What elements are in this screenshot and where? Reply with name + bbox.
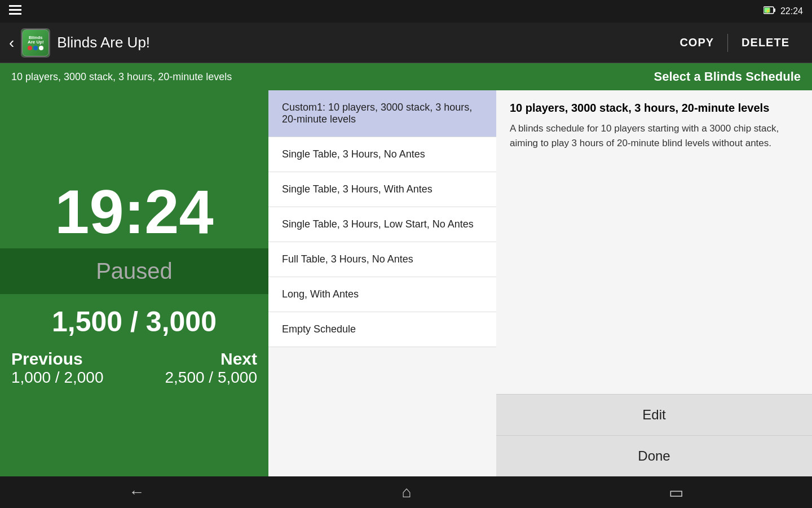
- subtitle-left: 10 players, 3000 stack, 3 hours, 20-minu…: [11, 71, 654, 83]
- schedule-list[interactable]: Custom1: 10 players, 3000 stack, 3 hours…: [268, 90, 496, 476]
- subtitle-bar: 10 players, 3000 stack, 3 hours, 20-minu…: [0, 63, 812, 90]
- schedule-item-full-no-antes[interactable]: Full Table, 3 Hours, No Antes: [268, 242, 496, 277]
- previous-value: 1,000 / 2,000: [11, 369, 103, 387]
- svg-text:⚡: ⚡: [765, 8, 771, 14]
- next-value: 2,500 / 5,000: [165, 369, 257, 387]
- right-description-and-actions: 10 players, 3000 stack, 3 hours, 20-minu…: [496, 90, 812, 476]
- description-body: A blinds schedule for 10 players startin…: [510, 121, 798, 150]
- battery-icon: ⚡: [764, 6, 776, 17]
- nav-bar: ← ⌂ ▭: [0, 476, 812, 508]
- delete-button[interactable]: DELETE: [728, 32, 803, 54]
- svg-rect-1: [9, 9, 21, 11]
- home-nav-icon[interactable]: ⌂: [402, 483, 412, 501]
- done-button[interactable]: Done: [496, 435, 812, 476]
- subtitle-right: Select a Blinds Schedule: [654, 69, 801, 84]
- edit-button[interactable]: Edit: [496, 394, 812, 435]
- description-title: 10 players, 3000 stack, 3 hours, 20-minu…: [510, 102, 798, 115]
- schedule-item-single-no-antes[interactable]: Single Table, 3 Hours, No Antes: [268, 137, 496, 172]
- description-panel: 10 players, 3000 stack, 3 hours, 20-minu…: [496, 90, 812, 394]
- previous-label: Previous: [11, 349, 103, 369]
- clock-display: 22:24: [780, 6, 803, 16]
- copy-button[interactable]: COPY: [666, 32, 727, 54]
- paused-status: Paused: [0, 248, 268, 294]
- right-panel: Custom1: 10 players, 3000 stack, 3 hours…: [268, 90, 812, 476]
- app-icon: Blinds Are Up!: [21, 28, 50, 58]
- svg-rect-0: [9, 5, 21, 7]
- main-content: 19:24 Paused 1,500 / 3,000 Previous 1,00…: [0, 90, 812, 476]
- right-panel-inner: Custom1: 10 players, 3000 stack, 3 hours…: [268, 90, 812, 476]
- app-title: Blinds Are Up!: [57, 34, 666, 51]
- status-info: ⚡ 22:24: [764, 6, 803, 17]
- nav-row: Previous 1,000 / 2,000 Next 2,500 / 5,00…: [0, 338, 268, 387]
- schedule-item-empty[interactable]: Empty Schedule: [268, 312, 496, 347]
- toolbar-actions: COPY DELETE: [666, 32, 803, 54]
- recents-nav-icon[interactable]: ▭: [669, 483, 683, 502]
- nav-next: Next 2,500 / 5,000: [165, 349, 257, 387]
- timer-display: 19:24: [55, 181, 213, 243]
- toolbar: ‹ Blinds Are Up! Blinds Are Up! COPY DEL…: [0, 23, 812, 63]
- next-label: Next: [165, 349, 257, 369]
- schedule-item-single-with-antes[interactable]: Single Table, 3 Hours, With Antes: [268, 172, 496, 207]
- schedule-item-single-low-start[interactable]: Single Table, 3 Hours, Low Start, No Ant…: [268, 207, 496, 242]
- status-bar: ⚡ 22:24: [0, 0, 812, 23]
- svg-rect-4: [774, 8, 775, 12]
- back-button[interactable]: ‹: [9, 34, 14, 52]
- nav-previous: Previous 1,000 / 2,000: [11, 349, 103, 387]
- menu-icon: [9, 5, 21, 18]
- schedule-item-long-with-antes[interactable]: Long, With Antes: [268, 277, 496, 312]
- svg-rect-2: [9, 13, 21, 15]
- back-nav-icon[interactable]: ←: [129, 483, 144, 501]
- action-buttons: EditDone: [496, 394, 812, 476]
- blinds-display: 1,500 / 3,000: [52, 305, 217, 338]
- left-panel: 19:24 Paused 1,500 / 3,000 Previous 1,00…: [0, 90, 268, 476]
- schedule-item-custom1[interactable]: Custom1: 10 players, 3000 stack, 3 hours…: [268, 90, 496, 137]
